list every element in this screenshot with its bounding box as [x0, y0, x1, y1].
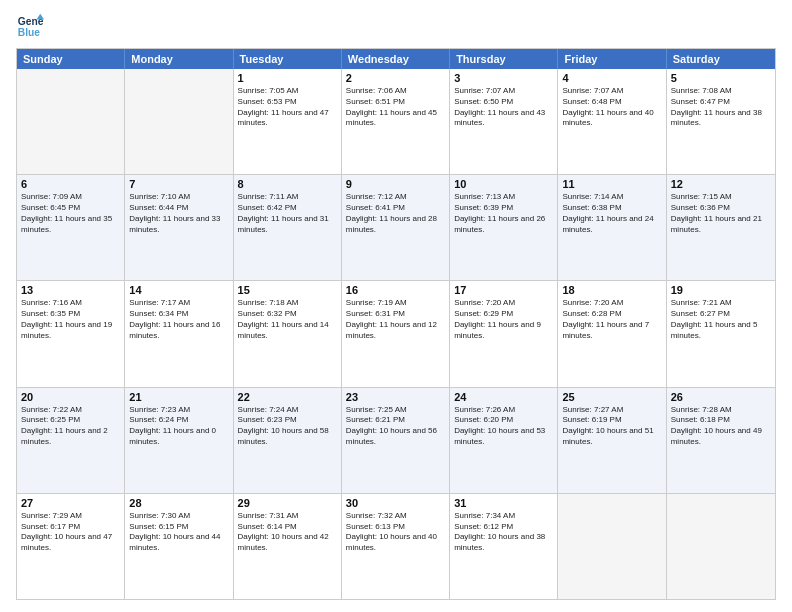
calendar-cell: 20Sunrise: 7:22 AM Sunset: 6:25 PM Dayli…	[17, 388, 125, 493]
day-info: Sunrise: 7:34 AM Sunset: 6:12 PM Dayligh…	[454, 511, 553, 554]
day-number: 10	[454, 178, 553, 190]
day-info: Sunrise: 7:09 AM Sunset: 6:45 PM Dayligh…	[21, 192, 120, 235]
day-number: 17	[454, 284, 553, 296]
day-number: 25	[562, 391, 661, 403]
calendar-cell: 9Sunrise: 7:12 AM Sunset: 6:41 PM Daylig…	[342, 175, 450, 280]
day-number: 20	[21, 391, 120, 403]
calendar-cell	[17, 69, 125, 174]
calendar-row: 1Sunrise: 7:05 AM Sunset: 6:53 PM Daylig…	[17, 69, 775, 174]
calendar-cell: 28Sunrise: 7:30 AM Sunset: 6:15 PM Dayli…	[125, 494, 233, 599]
calendar-cell: 22Sunrise: 7:24 AM Sunset: 6:23 PM Dayli…	[234, 388, 342, 493]
calendar-cell: 26Sunrise: 7:28 AM Sunset: 6:18 PM Dayli…	[667, 388, 775, 493]
calendar-cell: 5Sunrise: 7:08 AM Sunset: 6:47 PM Daylig…	[667, 69, 775, 174]
calendar-cell: 3Sunrise: 7:07 AM Sunset: 6:50 PM Daylig…	[450, 69, 558, 174]
calendar-cell: 24Sunrise: 7:26 AM Sunset: 6:20 PM Dayli…	[450, 388, 558, 493]
day-number: 24	[454, 391, 553, 403]
day-number: 14	[129, 284, 228, 296]
day-number: 7	[129, 178, 228, 190]
calendar-cell: 7Sunrise: 7:10 AM Sunset: 6:44 PM Daylig…	[125, 175, 233, 280]
calendar-cell	[125, 69, 233, 174]
day-info: Sunrise: 7:30 AM Sunset: 6:15 PM Dayligh…	[129, 511, 228, 554]
day-of-week-saturday: Saturday	[667, 49, 775, 69]
calendar-cell: 2Sunrise: 7:06 AM Sunset: 6:51 PM Daylig…	[342, 69, 450, 174]
day-number: 19	[671, 284, 771, 296]
calendar-cell: 27Sunrise: 7:29 AM Sunset: 6:17 PM Dayli…	[17, 494, 125, 599]
header: General Blue	[16, 12, 776, 40]
day-info: Sunrise: 7:21 AM Sunset: 6:27 PM Dayligh…	[671, 298, 771, 341]
calendar-cell: 6Sunrise: 7:09 AM Sunset: 6:45 PM Daylig…	[17, 175, 125, 280]
day-of-week-wednesday: Wednesday	[342, 49, 450, 69]
calendar-cell: 16Sunrise: 7:19 AM Sunset: 6:31 PM Dayli…	[342, 281, 450, 386]
day-number: 4	[562, 72, 661, 84]
day-of-week-thursday: Thursday	[450, 49, 558, 69]
day-info: Sunrise: 7:08 AM Sunset: 6:47 PM Dayligh…	[671, 86, 771, 129]
day-number: 31	[454, 497, 553, 509]
day-info: Sunrise: 7:07 AM Sunset: 6:50 PM Dayligh…	[454, 86, 553, 129]
calendar-cell: 31Sunrise: 7:34 AM Sunset: 6:12 PM Dayli…	[450, 494, 558, 599]
day-info: Sunrise: 7:26 AM Sunset: 6:20 PM Dayligh…	[454, 405, 553, 448]
day-info: Sunrise: 7:18 AM Sunset: 6:32 PM Dayligh…	[238, 298, 337, 341]
day-number: 22	[238, 391, 337, 403]
day-info: Sunrise: 7:10 AM Sunset: 6:44 PM Dayligh…	[129, 192, 228, 235]
calendar-cell: 17Sunrise: 7:20 AM Sunset: 6:29 PM Dayli…	[450, 281, 558, 386]
calendar-body: 1Sunrise: 7:05 AM Sunset: 6:53 PM Daylig…	[17, 69, 775, 599]
day-info: Sunrise: 7:23 AM Sunset: 6:24 PM Dayligh…	[129, 405, 228, 448]
day-number: 15	[238, 284, 337, 296]
day-number: 13	[21, 284, 120, 296]
calendar-row: 20Sunrise: 7:22 AM Sunset: 6:25 PM Dayli…	[17, 387, 775, 493]
day-info: Sunrise: 7:29 AM Sunset: 6:17 PM Dayligh…	[21, 511, 120, 554]
day-number: 2	[346, 72, 445, 84]
day-info: Sunrise: 7:24 AM Sunset: 6:23 PM Dayligh…	[238, 405, 337, 448]
day-number: 8	[238, 178, 337, 190]
day-info: Sunrise: 7:28 AM Sunset: 6:18 PM Dayligh…	[671, 405, 771, 448]
calendar-cell: 13Sunrise: 7:16 AM Sunset: 6:35 PM Dayli…	[17, 281, 125, 386]
calendar-row: 6Sunrise: 7:09 AM Sunset: 6:45 PM Daylig…	[17, 174, 775, 280]
day-info: Sunrise: 7:25 AM Sunset: 6:21 PM Dayligh…	[346, 405, 445, 448]
day-number: 23	[346, 391, 445, 403]
day-info: Sunrise: 7:32 AM Sunset: 6:13 PM Dayligh…	[346, 511, 445, 554]
day-info: Sunrise: 7:06 AM Sunset: 6:51 PM Dayligh…	[346, 86, 445, 129]
day-of-week-friday: Friday	[558, 49, 666, 69]
calendar-cell: 4Sunrise: 7:07 AM Sunset: 6:48 PM Daylig…	[558, 69, 666, 174]
day-number: 3	[454, 72, 553, 84]
calendar-row: 27Sunrise: 7:29 AM Sunset: 6:17 PM Dayli…	[17, 493, 775, 599]
calendar-cell: 12Sunrise: 7:15 AM Sunset: 6:36 PM Dayli…	[667, 175, 775, 280]
day-number: 18	[562, 284, 661, 296]
day-of-week-monday: Monday	[125, 49, 233, 69]
day-info: Sunrise: 7:11 AM Sunset: 6:42 PM Dayligh…	[238, 192, 337, 235]
day-info: Sunrise: 7:13 AM Sunset: 6:39 PM Dayligh…	[454, 192, 553, 235]
calendar-header: SundayMondayTuesdayWednesdayThursdayFrid…	[17, 49, 775, 69]
logo-icon: General Blue	[16, 12, 44, 40]
day-number: 29	[238, 497, 337, 509]
day-number: 30	[346, 497, 445, 509]
svg-text:Blue: Blue	[18, 27, 41, 38]
calendar-cell: 8Sunrise: 7:11 AM Sunset: 6:42 PM Daylig…	[234, 175, 342, 280]
calendar-cell: 1Sunrise: 7:05 AM Sunset: 6:53 PM Daylig…	[234, 69, 342, 174]
day-number: 16	[346, 284, 445, 296]
calendar-cell	[667, 494, 775, 599]
day-number: 5	[671, 72, 771, 84]
day-info: Sunrise: 7:19 AM Sunset: 6:31 PM Dayligh…	[346, 298, 445, 341]
day-of-week-tuesday: Tuesday	[234, 49, 342, 69]
calendar-cell: 30Sunrise: 7:32 AM Sunset: 6:13 PM Dayli…	[342, 494, 450, 599]
day-number: 9	[346, 178, 445, 190]
day-info: Sunrise: 7:05 AM Sunset: 6:53 PM Dayligh…	[238, 86, 337, 129]
day-info: Sunrise: 7:22 AM Sunset: 6:25 PM Dayligh…	[21, 405, 120, 448]
calendar-cell: 19Sunrise: 7:21 AM Sunset: 6:27 PM Dayli…	[667, 281, 775, 386]
calendar: SundayMondayTuesdayWednesdayThursdayFrid…	[16, 48, 776, 600]
day-info: Sunrise: 7:20 AM Sunset: 6:29 PM Dayligh…	[454, 298, 553, 341]
day-of-week-sunday: Sunday	[17, 49, 125, 69]
calendar-cell: 15Sunrise: 7:18 AM Sunset: 6:32 PM Dayli…	[234, 281, 342, 386]
day-info: Sunrise: 7:17 AM Sunset: 6:34 PM Dayligh…	[129, 298, 228, 341]
page: General Blue SundayMondayTuesdayWednesda…	[0, 0, 792, 612]
day-info: Sunrise: 7:27 AM Sunset: 6:19 PM Dayligh…	[562, 405, 661, 448]
day-info: Sunrise: 7:12 AM Sunset: 6:41 PM Dayligh…	[346, 192, 445, 235]
day-number: 12	[671, 178, 771, 190]
calendar-row: 13Sunrise: 7:16 AM Sunset: 6:35 PM Dayli…	[17, 280, 775, 386]
day-info: Sunrise: 7:16 AM Sunset: 6:35 PM Dayligh…	[21, 298, 120, 341]
calendar-cell: 21Sunrise: 7:23 AM Sunset: 6:24 PM Dayli…	[125, 388, 233, 493]
day-number: 27	[21, 497, 120, 509]
day-number: 6	[21, 178, 120, 190]
day-number: 1	[238, 72, 337, 84]
calendar-cell	[558, 494, 666, 599]
